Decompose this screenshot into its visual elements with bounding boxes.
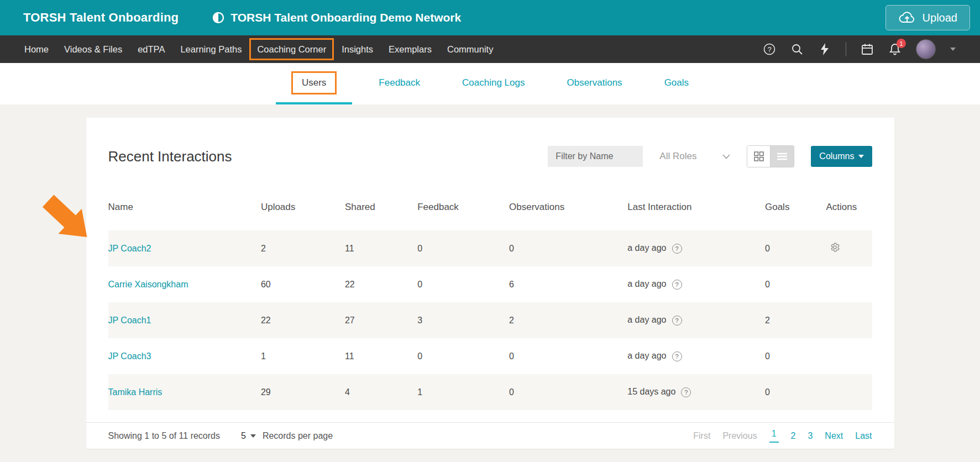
nav-utilities: ? 1 xyxy=(763,39,963,59)
records-per-page-select[interactable]: 5 xyxy=(241,431,256,441)
nav-item-exemplars[interactable]: Exemplars xyxy=(381,35,439,63)
help-icon[interactable]: ? xyxy=(763,43,776,56)
table-row: JP Coach3 1 11 0 0 a day ago? 0 xyxy=(108,338,872,374)
tab-users[interactable]: Users xyxy=(276,63,352,104)
lightning-icon[interactable] xyxy=(818,43,831,56)
feedback-value: 0 xyxy=(417,230,509,266)
records-summary: Showing 1 to 5 of 11 records xyxy=(108,431,221,441)
pagination-next[interactable]: Next xyxy=(825,431,843,441)
pagination-page-2[interactable]: 2 xyxy=(791,431,796,441)
last-interaction-value: a day ago xyxy=(627,315,666,324)
nav-item-edtpa[interactable]: edTPA xyxy=(130,35,172,63)
nav-item-learning-paths[interactable]: Learning Paths xyxy=(172,35,249,63)
grid-view-button[interactable] xyxy=(747,146,771,167)
info-question-icon[interactable]: ? xyxy=(672,316,682,326)
goals-value: 0 xyxy=(765,374,826,410)
table-row: Tamika Harris 29 4 1 0 15 days ago? 0 xyxy=(108,374,872,410)
coaching-corner-subnav: Users Feedback Coaching Logs Observation… xyxy=(0,63,980,104)
pagination-first[interactable]: First xyxy=(693,431,710,441)
tab-feedback[interactable]: Feedback xyxy=(363,63,436,104)
table-controls: All Roles xyxy=(548,145,872,167)
user-name-link[interactable]: JP Coach3 xyxy=(108,351,151,361)
table-row: Carrie Xaisongkham 60 22 0 6 a day ago? … xyxy=(108,266,872,302)
profile-chevron-down-icon[interactable] xyxy=(950,48,956,51)
observations-value: 2 xyxy=(509,302,627,338)
col-header-uploads: Uploads xyxy=(261,196,345,230)
table-footer: Showing 1 to 5 of 11 records 5 Records p… xyxy=(86,422,894,449)
pagination: First Previous 1 2 3 Next Last xyxy=(693,429,872,443)
nav-divider xyxy=(846,42,846,56)
tab-goals[interactable]: Goals xyxy=(649,63,704,104)
nav-item-insights[interactable]: Insights xyxy=(334,35,381,63)
grid-icon xyxy=(754,151,764,161)
nav-item-coaching-corner[interactable]: Coaching Corner xyxy=(249,38,334,60)
records-per-page-label: Records per page xyxy=(263,431,333,441)
uploads-value: 29 xyxy=(261,374,345,410)
last-interaction-value: 15 days ago xyxy=(627,387,675,396)
observations-value: 0 xyxy=(509,230,627,266)
info-question-icon[interactable]: ? xyxy=(681,387,691,397)
table-row: JP Coach1 22 27 3 2 a day ago? 2 xyxy=(108,302,872,338)
col-header-name: Name xyxy=(108,196,261,230)
feedback-value: 0 xyxy=(417,338,509,374)
user-name-link[interactable]: JP Coach1 xyxy=(108,316,151,325)
recent-interactions-table: Name Uploads Shared Feedback Observation… xyxy=(108,196,872,410)
user-name-link[interactable]: Carrie Xaisongkham xyxy=(108,280,188,289)
list-icon xyxy=(777,153,787,160)
search-icon[interactable] xyxy=(790,43,804,56)
recent-interactions-card: Recent Interactions All Roles xyxy=(86,118,894,449)
col-header-observations: Observations xyxy=(509,196,627,230)
columns-chevron-down-icon xyxy=(858,155,864,158)
columns-button[interactable]: Columns xyxy=(811,146,872,167)
nav-item-videos-files[interactable]: Videos & Files xyxy=(56,35,130,63)
goals-value: 0 xyxy=(765,338,826,374)
table-row: JP Coach2 2 11 0 0 a day ago? 0 xyxy=(108,230,872,266)
roles-dropdown[interactable]: All Roles xyxy=(659,151,730,162)
shared-value: 11 xyxy=(345,230,417,266)
user-name-link[interactable]: Tamika Harris xyxy=(108,387,163,397)
last-interaction-value: a day ago xyxy=(627,243,666,253)
uploads-value: 1 xyxy=(261,338,345,374)
last-interaction-value: a day ago xyxy=(627,351,666,360)
notifications-bell-icon[interactable]: 1 xyxy=(888,43,902,56)
uploads-value: 60 xyxy=(261,266,345,302)
list-view-button[interactable] xyxy=(771,146,794,167)
roles-dropdown-value: All Roles xyxy=(659,151,696,162)
observations-value: 0 xyxy=(509,374,627,410)
user-name-link[interactable]: JP Coach2 xyxy=(108,244,151,253)
tab-observations[interactable]: Observations xyxy=(551,63,637,104)
main-nav: Home Videos & Files edTPA Learning Paths… xyxy=(0,35,980,63)
pagination-page-1[interactable]: 1 xyxy=(769,429,779,443)
col-header-feedback: Feedback xyxy=(417,196,509,230)
info-question-icon[interactable]: ? xyxy=(672,244,682,254)
feedback-value: 0 xyxy=(417,266,509,302)
nav-items: Home Videos & Files edTPA Learning Paths… xyxy=(17,35,501,63)
col-header-shared: Shared xyxy=(345,196,417,230)
user-avatar[interactable] xyxy=(916,39,936,59)
calendar-icon[interactable] xyxy=(861,43,874,56)
observations-value: 6 xyxy=(509,266,627,302)
network-name: TORSH Talent Onboarding Demo Network xyxy=(230,11,461,24)
feedback-value: 1 xyxy=(417,374,509,410)
columns-button-label: Columns xyxy=(819,151,854,161)
tab-coaching-logs[interactable]: Coaching Logs xyxy=(447,63,540,104)
shared-value: 22 xyxy=(345,266,417,302)
nav-item-home[interactable]: Home xyxy=(17,35,56,63)
filter-by-name-input[interactable] xyxy=(548,146,643,167)
last-interaction-value: a day ago xyxy=(627,279,666,288)
col-header-goals: Goals xyxy=(765,196,826,230)
info-question-icon[interactable]: ? xyxy=(672,280,682,290)
goals-value: 2 xyxy=(765,302,826,338)
nav-item-community[interactable]: Community xyxy=(439,35,501,63)
info-question-icon[interactable]: ? xyxy=(672,351,682,361)
network-selector: TORSH Talent Onboarding Demo Network xyxy=(212,11,461,24)
pagination-page-3[interactable]: 3 xyxy=(808,431,813,441)
row-actions-button[interactable] xyxy=(830,242,840,254)
pagination-last[interactable]: Last xyxy=(855,431,872,441)
upload-button[interactable]: Upload xyxy=(885,5,970,30)
upload-label: Upload xyxy=(923,12,957,24)
uploads-value: 2 xyxy=(261,230,345,266)
goals-value: 0 xyxy=(765,230,826,266)
notification-badge: 1 xyxy=(897,39,906,48)
pagination-previous[interactable]: Previous xyxy=(722,431,757,441)
